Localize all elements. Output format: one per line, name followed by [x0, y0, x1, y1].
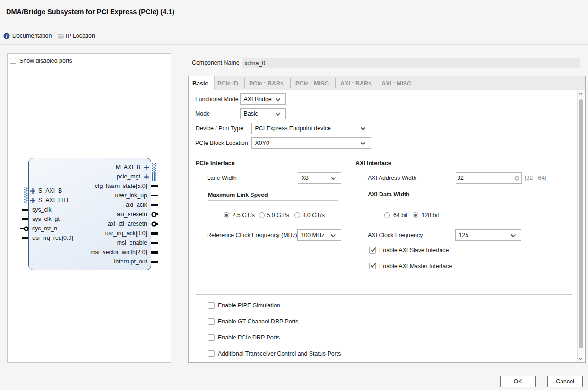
svg-text:i: i: [6, 34, 8, 39]
